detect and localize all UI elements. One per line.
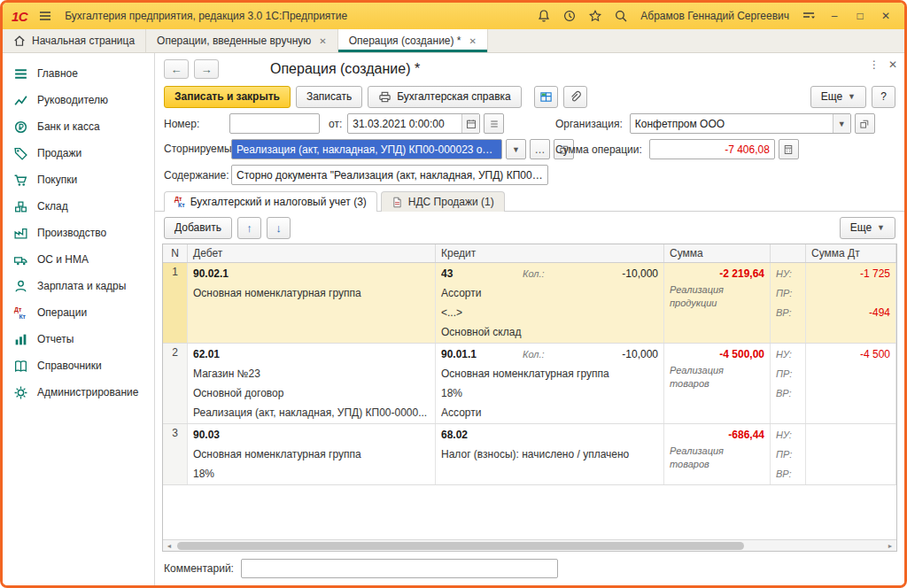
calendar-icon[interactable]	[461, 114, 479, 133]
manager-icon	[13, 93, 28, 108]
storno-document-input[interactable]: Реализация (акт, накладная, УПД) КП00-00…	[231, 139, 502, 159]
content-value: Сторно документа "Реализация (акт, накла…	[232, 169, 547, 182]
table-row[interactable]: 1 90.02.1 Основная номенклатурная группа…	[163, 263, 896, 344]
show-postings-button[interactable]	[534, 86, 558, 108]
sidebar-item-sales[interactable]: Продажи	[3, 140, 154, 166]
form-menu-icon[interactable]: ⋮	[869, 58, 880, 71]
date-input[interactable]: 31.03.2021 0:00:00	[347, 113, 480, 134]
grid-more-label: Еще	[850, 221, 872, 234]
organization-combo[interactable]: Конфетпром ООО ▼	[630, 113, 851, 134]
accounting-reference-button[interactable]: Бухгалтерская справка	[368, 86, 522, 108]
comment-input[interactable]	[241, 559, 558, 578]
sidebar-item-manager[interactable]: Руководителю	[3, 87, 154, 113]
warehouse-icon	[13, 199, 28, 214]
sidebar-item-label: Руководителю	[37, 94, 108, 106]
service-menu-icon[interactable]	[799, 6, 818, 26]
page-title: Операция (создание) *	[270, 61, 420, 77]
sum-dt-cell: -1 725 -494	[806, 263, 896, 343]
admin-icon	[13, 385, 28, 400]
help-button[interactable]: ?	[872, 86, 895, 108]
sidebar-item-bank-cash[interactable]: Банк и касса	[3, 113, 154, 140]
tab-manual-operations[interactable]: Операции, введенные вручную ✕	[146, 29, 338, 52]
comment-label: Комментарий:	[164, 562, 234, 575]
tab-home[interactable]: Начальная страница	[3, 29, 146, 52]
current-user[interactable]: Абрамов Геннадий Сергеевич	[640, 10, 789, 22]
storno-choose-button[interactable]: …	[530, 139, 550, 159]
header-n[interactable]: N	[163, 244, 188, 262]
sidebar-item-catalogs[interactable]: Справочники	[3, 352, 154, 379]
sidebar-item-production[interactable]: Производство	[3, 220, 154, 246]
form-close-icon[interactable]: ✕	[888, 58, 897, 71]
horizontal-scrollbar[interactable]: ◄ ►	[163, 539, 896, 551]
sidebar-item-main[interactable]: Главное	[3, 60, 154, 87]
sidebar-item-salary-staff[interactable]: Зарплата и кадры	[3, 273, 154, 299]
field-row-number-date-org: Номер: от: 31.03.2021 0:00:00 Организаци…	[155, 112, 904, 135]
calculator-icon[interactable]	[779, 139, 799, 159]
tab-close-icon[interactable]: ✕	[469, 36, 477, 46]
grid-more-button[interactable]: Еще▼	[840, 217, 895, 239]
credit-cell: 43Кол.:-10,000 Ассорти <...> Основной ск…	[436, 263, 664, 343]
add-row-button[interactable]: Добавить	[164, 217, 232, 239]
comment-row: Комментарий:	[155, 552, 904, 585]
organization-open-button[interactable]	[855, 113, 875, 134]
table-row[interactable]: 3 90.03 Основная номенклатурная группа 1…	[163, 424, 896, 485]
move-down-button[interactable]: ↓	[267, 217, 291, 239]
move-up-button[interactable]: ↑	[237, 217, 261, 239]
dt-kt-icon: ДтКт	[174, 196, 185, 208]
content-input[interactable]: Сторно документа "Реализация (акт, накла…	[231, 165, 548, 185]
minimize-button[interactable]: –	[825, 7, 844, 25]
paperclip-icon	[569, 90, 582, 104]
sidebar-item-label: Главное	[37, 67, 78, 80]
chevron-down-icon: ▼	[877, 223, 885, 232]
date-list-button[interactable]	[484, 113, 504, 134]
sidebar-item-label: Администрирование	[37, 386, 138, 398]
close-button[interactable]: ✕	[876, 7, 895, 25]
header-sum-dt[interactable]: Сумма Дт	[806, 244, 896, 262]
tab-accounting-tax[interactable]: ДтКт Бухгалтерский и налоговый учет (3)	[164, 191, 377, 212]
header-sum[interactable]: Сумма	[664, 244, 771, 262]
chevron-down-icon[interactable]: ▼	[833, 114, 850, 133]
sidebar-item-label: Продажи	[37, 147, 81, 159]
number-input[interactable]	[229, 113, 320, 134]
sum-cell: -686,44 Реализация товаров	[664, 424, 771, 484]
history-icon[interactable]	[560, 6, 579, 26]
more-button[interactable]: Еще▼	[810, 86, 866, 108]
bank-icon	[13, 120, 28, 135]
scroll-left-icon[interactable]: ◄	[163, 543, 175, 549]
storno-dropdown-button[interactable]: ▼	[506, 139, 526, 159]
forward-button[interactable]: →	[194, 59, 219, 79]
attachments-button[interactable]	[563, 86, 587, 108]
sum-dt-cell: -4 500	[806, 344, 896, 423]
operation-amount-input[interactable]: -7 406,08	[649, 139, 775, 159]
sidebar-item-label: Производство	[37, 227, 106, 239]
reports-icon	[13, 332, 28, 347]
postings-table-icon	[539, 90, 553, 104]
tab-close-icon[interactable]: ✕	[319, 36, 326, 46]
sidebar-item-warehouse[interactable]: Склад	[3, 193, 154, 220]
header-credit[interactable]: Кредит	[436, 244, 664, 262]
tab-vat-sales[interactable]: НДС Продажи (1)	[381, 191, 505, 212]
notifications-bell-icon[interactable]	[534, 6, 554, 26]
save-and-close-button[interactable]: Записать и закрыть	[164, 86, 291, 108]
arrow-down-icon: ↓	[275, 221, 282, 235]
maximize-button[interactable]: □	[850, 7, 870, 25]
hamburger-menu-icon[interactable]	[35, 6, 55, 26]
search-icon[interactable]	[611, 6, 631, 26]
main-area: ← → Операция (создание) * ⋮ ✕ Записать и…	[155, 53, 904, 585]
header-debit[interactable]: Дебет	[188, 244, 436, 262]
sidebar-item-label: Операции	[37, 306, 87, 319]
sidebar-item-reports[interactable]: Отчеты	[3, 326, 154, 352]
table-row[interactable]: 2 62.01 Магазин №23 Основной договор Реа…	[163, 344, 896, 424]
header-tax-flags[interactable]	[771, 244, 806, 262]
save-button[interactable]: Записать	[296, 86, 362, 108]
sidebar-item-fixed-assets[interactable]: ОС и НМА	[3, 246, 154, 273]
scroll-right-icon[interactable]: ►	[884, 543, 896, 549]
back-button[interactable]: ←	[164, 59, 189, 79]
sidebar-item-administration[interactable]: Администрирование	[3, 379, 154, 406]
favorites-star-icon[interactable]	[585, 6, 605, 26]
sidebar-item-purchases[interactable]: Покупки	[3, 166, 154, 193]
tab-operation-create[interactable]: Операция (создание) * ✕	[338, 29, 488, 52]
scroll-thumb[interactable]	[177, 542, 744, 550]
sidebar-item-operations[interactable]: ДтКт Операции	[3, 299, 154, 326]
scroll-track[interactable]	[175, 540, 884, 551]
